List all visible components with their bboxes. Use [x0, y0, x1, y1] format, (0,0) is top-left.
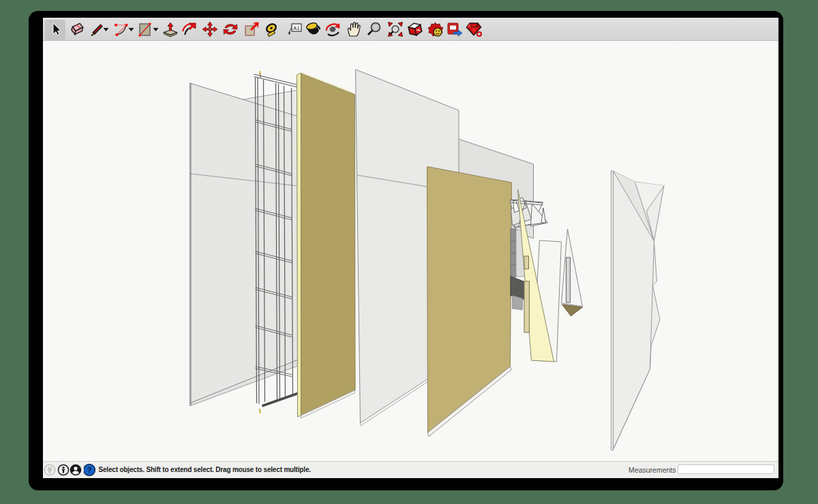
svg-text:?: ?	[87, 466, 92, 474]
svg-text:A1: A1	[293, 25, 300, 31]
